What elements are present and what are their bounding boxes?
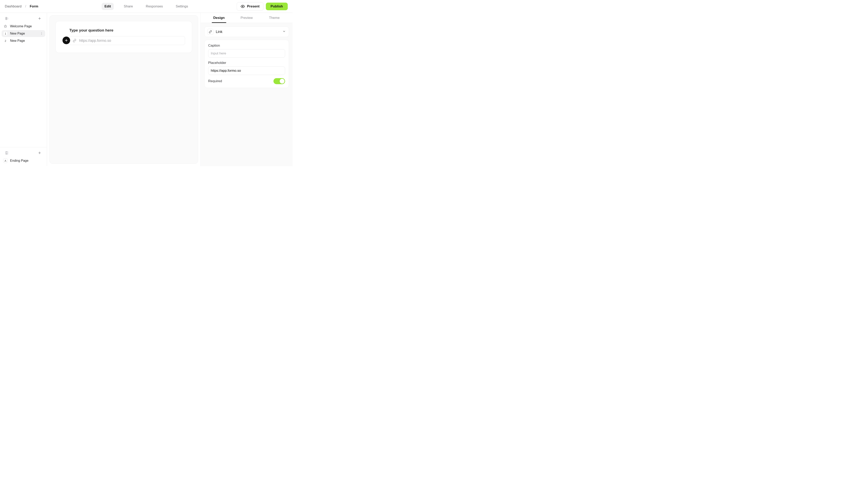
right-body: Link Caption Placeholder Required <box>201 23 292 166</box>
sidebar-item-label: New Page <box>10 39 25 43</box>
svg-point-5 <box>41 33 42 34</box>
breadcrumb-current: Form <box>30 4 38 8</box>
pages-section-head <box>2 14 45 22</box>
top-bar: Dashboard / Form Edit Share Responses Se… <box>0 0 292 13</box>
sidebar-pages-section: Welcome Page 1 New Page 2 New Pag <box>0 13 47 147</box>
breadcrumb: Dashboard / Form <box>5 4 38 8</box>
tab-preview[interactable]: Preview <box>233 13 261 23</box>
present-button[interactable]: Present <box>237 2 263 10</box>
right-tabs: Design Preview Theme <box>201 13 292 23</box>
sidebar-item-page-1[interactable]: 1 New Page <box>2 30 45 37</box>
sidebar-item-label: Welcome Page <box>10 24 32 28</box>
canvas-wrap: Type your question here https://app.form… <box>47 13 200 166</box>
svg-point-6 <box>41 34 42 35</box>
page-index-badge: A <box>3 158 8 163</box>
question-prompt[interactable]: Type your question here <box>63 28 185 33</box>
publish-button[interactable]: Publish <box>266 3 288 10</box>
svg-rect-10 <box>6 153 7 153</box>
svg-rect-2 <box>8 18 8 20</box>
toggle-knob <box>280 79 284 84</box>
link-answer-input[interactable]: https://app.formo.so <box>69 36 185 45</box>
design-settings-card: Caption Placeholder Required <box>204 40 289 88</box>
add-question-button[interactable] <box>63 37 70 44</box>
placeholder-label: Placeholder <box>208 61 285 65</box>
required-label: Required <box>208 79 222 83</box>
placeholder-input[interactable] <box>208 66 285 75</box>
required-toggle[interactable] <box>274 78 285 84</box>
svg-rect-3 <box>8 18 9 19</box>
page-index-badge: 2 <box>3 39 8 43</box>
question-card[interactable]: Type your question here https://app.form… <box>56 21 192 53</box>
breadcrumb-separator: / <box>25 4 26 8</box>
canvas: Type your question here https://app.form… <box>49 15 198 164</box>
page-list: Welcome Page 1 New Page 2 New Pag <box>2 22 45 45</box>
sidebar-item-label: New Page <box>10 32 25 35</box>
chevron-down-icon <box>282 29 286 34</box>
sidebar-item-welcome[interactable]: Welcome Page <box>2 23 45 30</box>
tab-design[interactable]: Design <box>205 13 233 23</box>
link-icon <box>72 38 77 43</box>
caption-label: Caption <box>208 44 285 48</box>
caption-input[interactable] <box>208 49 285 58</box>
main-area: Welcome Page 1 New Page 2 New Pag <box>0 13 292 166</box>
publish-label: Publish <box>270 4 283 8</box>
breadcrumb-dashboard[interactable]: Dashboard <box>5 4 22 8</box>
eye-icon <box>240 4 245 9</box>
add-page-button[interactable] <box>37 16 42 21</box>
tab-settings[interactable]: Settings <box>173 3 191 10</box>
add-ending-button[interactable] <box>37 150 42 155</box>
placeholder-row: Placeholder <box>208 61 285 75</box>
required-row: Required <box>208 78 285 84</box>
svg-point-0 <box>242 6 243 7</box>
sidebar: Welcome Page 1 New Page 2 New Pag <box>0 13 47 166</box>
tab-responses[interactable]: Responses <box>143 3 166 10</box>
caption-row: Caption <box>208 44 285 58</box>
field-type-selector[interactable]: Link <box>204 26 289 37</box>
endings-section-head <box>2 148 45 156</box>
top-actions: Present Publish <box>237 2 288 10</box>
star-icon <box>3 24 8 28</box>
sidebar-endings-section: A Ending Page <box>0 147 47 166</box>
link-icon <box>208 29 213 35</box>
ending-section-icon <box>5 151 9 155</box>
link-answer-placeholder: https://app.formo.so <box>79 39 111 43</box>
tab-edit[interactable]: Edit <box>102 3 114 10</box>
right-panel: Design Preview Theme Link <box>200 13 292 166</box>
sidebar-item-ending-a[interactable]: A Ending Page <box>2 157 45 164</box>
page-index-badge: 1 <box>3 31 8 36</box>
sidebar-item-label: Ending Page <box>10 159 28 163</box>
field-type-label: Link <box>216 30 222 34</box>
svg-point-4 <box>41 33 42 33</box>
header-tabs: Edit Share Responses Settings <box>102 3 191 10</box>
sidebar-item-page-2[interactable]: 2 New Page <box>2 37 45 44</box>
tab-share[interactable]: Share <box>121 3 136 10</box>
svg-rect-9 <box>6 152 7 152</box>
present-label: Present <box>247 4 259 8</box>
page-more-button[interactable] <box>40 31 44 36</box>
svg-rect-1 <box>5 17 7 20</box>
tab-theme[interactable]: Theme <box>260 13 288 23</box>
pages-section-icon <box>5 16 9 21</box>
